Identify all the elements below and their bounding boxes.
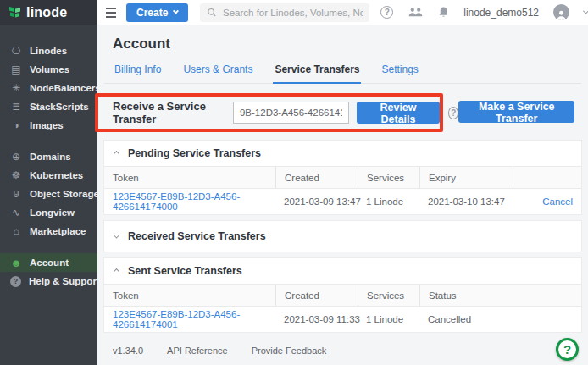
- services-cell: 1 Linode: [366, 196, 428, 207]
- footer: v1.34.0 API Reference Provide Feedback: [113, 346, 581, 356]
- stackscripts-icon: ≣: [10, 102, 22, 112]
- review-details-button[interactable]: Review Details: [357, 102, 440, 124]
- receive-transfer-label: Receive a Service Transfer: [113, 100, 225, 125]
- column-header-services: Services: [358, 285, 428, 306]
- sent-transfers-toggle[interactable]: Sent Service Transfers: [104, 258, 581, 284]
- sidebar-item-images[interactable]: ◑ Images: [0, 116, 97, 135]
- pending-table-header: Token Created Services Expiry: [104, 166, 581, 189]
- column-header-token: Token: [113, 173, 284, 183]
- column-header-token: Token: [113, 290, 284, 301]
- menu-icon[interactable]: [106, 5, 116, 20]
- services-cell: 1 Linode: [366, 314, 428, 324]
- tab-billing-info[interactable]: Billing Info: [113, 64, 163, 83]
- avatar-person-icon: [556, 9, 567, 20]
- app-window: linode ⎔ Linodes ▤ Volumes ✳ NodeBalance…: [0, 0, 588, 365]
- nav-divider: [0, 241, 97, 253]
- sidebar: linode ⎔ Linodes ▤ Volumes ✳ NodeBalance…: [0, 0, 97, 365]
- marketplace-icon: ⌂: [10, 226, 22, 236]
- username[interactable]: linode_demo512: [463, 7, 539, 19]
- help-support-icon: ?: [10, 276, 21, 287]
- sent-table-header: Token Created Services Status: [104, 284, 581, 307]
- main-content: Account Billing Info Users & Grants Serv…: [97, 25, 588, 365]
- received-transfers-toggle[interactable]: Received Service Transfers: [104, 221, 581, 252]
- column-header-created: Created: [275, 285, 366, 306]
- sent-transfers-title: Sent Service Transfers: [128, 265, 242, 277]
- transfer-token-input[interactable]: [233, 102, 349, 124]
- topbar: Create ? linode_demo512: [97, 0, 588, 25]
- received-transfers-panel: Received Service Transfers: [104, 221, 581, 252]
- page-title: Account: [113, 36, 581, 53]
- sent-transfers-panel: Sent Service Transfers Token Created Ser…: [104, 258, 581, 332]
- sidebar-item-help-support[interactable]: ? Help & Support: [0, 272, 97, 290]
- expiry-cell: 2021-03-10 13:47: [428, 196, 521, 207]
- tab-users-grants[interactable]: Users & Grants: [181, 64, 254, 83]
- sidebar-item-stackscripts[interactable]: ≣ StackScripts: [0, 97, 97, 116]
- transfer-token-link[interactable]: 123E4567-E89B-12D3-A456-426614174001: [113, 309, 284, 329]
- sidebar-item-linodes[interactable]: ⎔ Linodes: [0, 41, 97, 60]
- column-header-expiry: Expiry: [419, 167, 521, 188]
- tab-settings[interactable]: Settings: [380, 64, 419, 83]
- search-input[interactable]: [223, 8, 363, 18]
- linode-logo[interactable]: linode: [0, 0, 97, 25]
- sidebar-item-account[interactable]: ☻ Account: [0, 253, 97, 272]
- help-tooltip-icon[interactable]: ?: [448, 107, 458, 119]
- column-header-actions: [513, 167, 573, 188]
- logo-text: linode: [26, 5, 67, 20]
- pending-transfers-toggle[interactable]: Pending Service Transfers: [104, 141, 581, 166]
- version-link[interactable]: v1.34.0: [113, 346, 143, 356]
- nodebalancers-icon: ✳: [10, 83, 22, 93]
- status-cell: Cancelled: [428, 314, 573, 324]
- cancel-link[interactable]: Cancel: [521, 196, 573, 207]
- make-transfer-button[interactable]: Make a Service Transfer: [458, 101, 574, 123]
- volumes-icon: ▤: [10, 64, 22, 75]
- table-row: 123E4567-E89B-12D3-A456-426614174000 202…: [104, 189, 581, 214]
- notifications-bell-icon[interactable]: [438, 6, 449, 19]
- object-storage-icon: ⊎: [10, 189, 22, 199]
- create-button-label: Create: [136, 7, 168, 19]
- pending-transfers-panel: Pending Service Transfers Token Created …: [104, 141, 581, 214]
- longview-icon: ∿: [10, 207, 22, 218]
- sidebar-item-volumes[interactable]: ▤ Volumes: [0, 60, 97, 79]
- expand-icon: [114, 232, 119, 238]
- provide-feedback-link[interactable]: Provide Feedback: [252, 346, 327, 356]
- sidebar-item-object-storage[interactable]: ⊎ Object Storage: [0, 185, 97, 203]
- created-cell: 2021-03-09 13:47: [284, 196, 366, 207]
- account-icon: ☻: [10, 257, 22, 268]
- linode-logo-icon: [8, 6, 21, 20]
- sidebar-item-longview[interactable]: ∿ Longview: [0, 203, 97, 222]
- community-icon[interactable]: [408, 7, 424, 18]
- sidebar-item-kubernetes[interactable]: ☸ Kubernetes: [0, 166, 97, 185]
- tab-service-transfers[interactable]: Service Transfers: [273, 64, 361, 84]
- create-button[interactable]: Create: [126, 3, 188, 22]
- help-icon[interactable]: ?: [380, 6, 393, 19]
- sidebar-item-marketplace[interactable]: ⌂ Marketplace: [0, 222, 97, 241]
- sidebar-item-domains[interactable]: ⊕ Domains: [0, 147, 97, 166]
- column-header-created: Created: [275, 167, 366, 188]
- pending-transfers-title: Pending Service Transfers: [128, 147, 261, 159]
- linodes-icon: ⎔: [10, 46, 22, 56]
- chevron-down-icon: [173, 8, 179, 14]
- api-reference-link[interactable]: API Reference: [167, 346, 228, 356]
- domains-icon: ⊕: [10, 152, 22, 162]
- kubernetes-icon: ☸: [10, 170, 22, 180]
- avatar[interactable]: [553, 4, 569, 20]
- sidebar-item-nodebalancers[interactable]: ✳ NodeBalancers: [0, 79, 97, 97]
- tab-bar: Billing Info Users & Grants Service Tran…: [104, 64, 581, 84]
- nav-divider: [0, 135, 97, 147]
- search-icon: [207, 7, 217, 18]
- column-header-status: Status: [419, 285, 573, 306]
- received-transfers-title: Received Service Transfers: [128, 230, 266, 242]
- transfer-token-link[interactable]: 123E4567-E89B-12D3-A456-426614174000: [113, 191, 284, 212]
- images-icon: ◑: [10, 120, 22, 130]
- collapse-icon: [114, 150, 119, 156]
- column-header-services: Services: [358, 167, 428, 188]
- created-cell: 2021-03-09 11:33: [284, 314, 366, 324]
- table-row: 123E4567-E89B-12D3-A456-426614174001 202…: [104, 307, 581, 332]
- search-bar[interactable]: [200, 3, 369, 22]
- topbar-actions: ? linode_demo512: [380, 4, 588, 20]
- collapse-icon: [114, 268, 119, 274]
- sidebar-nav: ⎔ Linodes ▤ Volumes ✳ NodeBalancers ≣ St…: [0, 25, 97, 290]
- support-chat-icon[interactable]: ?: [556, 338, 579, 361]
- user-menu-chevron-icon[interactable]: [583, 8, 588, 14]
- transfer-toolbar: Receive a Service Transfer Review Detail…: [113, 100, 581, 125]
